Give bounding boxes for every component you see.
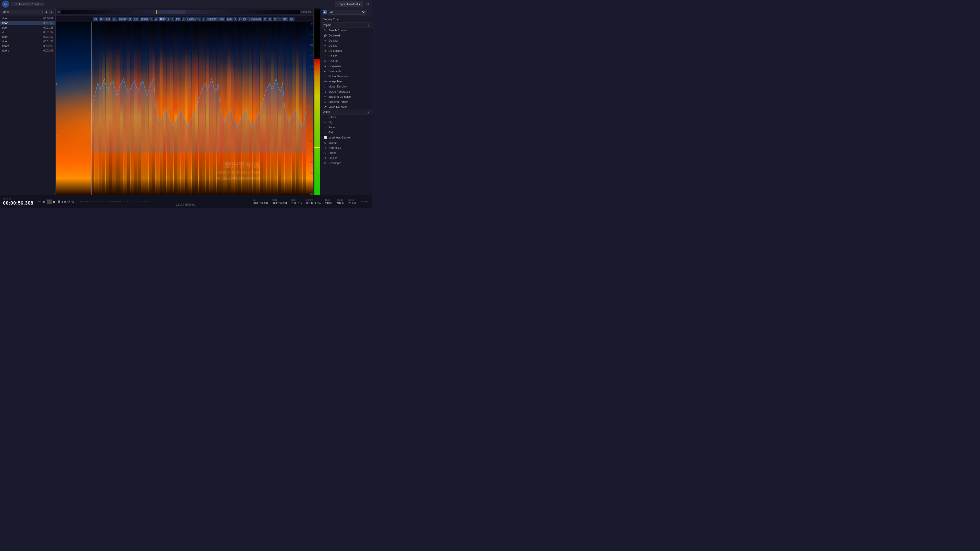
utility-item-plug-in[interactable]: ⚙Plug-in: [321, 156, 372, 160]
file-items-list: door00:00:09door00:01:00door00:01:28do00…: [0, 16, 56, 53]
utility-item-fade[interactable]: ↘Fade: [321, 125, 372, 130]
repair-item-spectral-repair[interactable]: ◈Spectral Repair: [321, 99, 372, 104]
repair-item-de-clip[interactable]: ✂De-clip: [321, 43, 372, 48]
prev-nav-button[interactable]: ◀: [44, 10, 48, 14]
word-tag-18[interactable]: explanati: [206, 17, 218, 21]
word-tag-1[interactable]: ch: [99, 17, 104, 21]
word-tag-11[interactable]: a: [166, 17, 170, 21]
file-list-item-4[interactable]: door00:01:52: [0, 35, 56, 39]
repair-item-music-rebalance[interactable]: ♫Music Rebalance: [321, 89, 372, 94]
overview-bar[interactable]: [61, 10, 300, 14]
file-list-item-6[interactable]: doors00:02:03: [0, 44, 56, 48]
waveform-icon: 〰: [38, 200, 41, 203]
repair-item-de-click[interactable]: ✦De-click: [321, 38, 372, 43]
next-nav-button[interactable]: ▶: [49, 10, 54, 14]
word-tag-13[interactable]: mot: [175, 17, 181, 21]
repair-item-interpolate[interactable]: ⟿Interpolate: [321, 79, 372, 84]
close-tab-icon[interactable]: ✕: [41, 3, 43, 6]
repair-item-de-hum[interactable]: ≋De-hum: [321, 59, 372, 64]
word-tag-14[interactable]: v: [182, 17, 186, 21]
repair-assistant-button[interactable]: Repair Assistant ▾: [335, 2, 363, 7]
repair-item-de-ess[interactable]: 〰De-ess: [321, 53, 372, 59]
word-tag-17[interactable]: tr: [202, 17, 206, 21]
word-tag-9[interactable]: w: [154, 17, 158, 21]
repair-item-mouth-de-click[interactable]: ◌Mouth De-click: [321, 84, 372, 89]
utility-item-mixing[interactable]: ⊕Mixing: [321, 140, 372, 145]
word-tag-28[interactable]: f: [278, 17, 282, 21]
file-list-item-3[interactable]: do00:01:32: [0, 30, 56, 35]
utility-item-gain[interactable]: ▲Gain: [321, 130, 372, 135]
word-tag-15[interactable]: satisfiec: [186, 17, 197, 21]
repair-item-breath-control[interactable]: 🌬Breath Control: [321, 28, 372, 33]
file-list-item-0[interactable]: door00:00:09: [0, 16, 56, 21]
word-tag-2[interactable]: greg: [104, 17, 111, 21]
active-tab[interactable]: Text to speech 1.wav ✕: [11, 2, 45, 6]
word-tag-23[interactable]: shc: [242, 17, 248, 21]
skip-back-icon[interactable]: ⏮: [41, 200, 46, 204]
word-tag-16[interactable]: v: [197, 17, 201, 21]
title-bar: RX Text to speech 1.wav ✕ Repair Assista…: [0, 0, 372, 8]
word-tag-3[interactable]: voi: [112, 17, 118, 21]
spectrogram-area[interactable]: L R dB 208 158 12k 10k 8k 6k 4k 3.5k 2.5…: [56, 22, 313, 196]
file-list-item-2[interactable]: door00:01:28: [0, 25, 56, 30]
sidebar-play-button[interactable]: ▶: [323, 10, 327, 14]
peak-hold: [314, 147, 320, 148]
utility-item-loudness-control[interactable]: 📊Loudness Control: [321, 135, 372, 140]
repair-item-voice-de-noise[interactable]: 🎤Voice De-noise: [321, 104, 372, 110]
word-tag-0[interactable]: it's: [93, 17, 98, 21]
settings-icon[interactable]: ⚙: [366, 2, 369, 6]
status-fields: Sel 00:00:56.368 Start 00:00:56.368 End …: [253, 199, 369, 205]
repair-item-guitar-de-noise[interactable]: ♬Guitar De-noise: [321, 74, 372, 79]
word-tag-6[interactable]: noti: [133, 17, 139, 21]
utility-item-dither[interactable]: ⋯Dither: [321, 114, 372, 120]
word-tag-26[interactable]: ot: [268, 17, 272, 21]
filter-dropdown[interactable]: All: [328, 10, 366, 14]
word-tag-5[interactable]: nc: [127, 17, 132, 21]
word-tag-21[interactable]: f: [234, 17, 237, 21]
word-tag-30[interactable]: aw: [289, 17, 294, 21]
search-input[interactable]: [2, 10, 43, 14]
word-tag-12[interactable]: h: [170, 17, 174, 21]
word-tag-10[interactable]: door: [159, 17, 165, 21]
file-list-item-1[interactable]: door00:01:00: [0, 21, 56, 25]
file-list-item-5[interactable]: door00:01:56: [0, 39, 56, 44]
repair-section-toggle[interactable]: ▲: [367, 24, 369, 27]
repair-item-de-reverb[interactable]: ↩De-reverb: [321, 68, 372, 74]
word-tag-24[interactable]: conversatio: [248, 17, 262, 21]
waveform-overlay: [91, 65, 306, 152]
utility-item-resample[interactable]: ⟳Resample: [321, 160, 372, 165]
settings-transport-icon[interactable]: ⚙: [71, 200, 75, 204]
word-tag-4[interactable]: probat: [118, 17, 127, 21]
dither-icon: ⋯: [323, 115, 327, 119]
utility-item-normalize[interactable]: ⬆Normalize: [321, 145, 372, 150]
level-meter: [313, 8, 321, 208]
stop-icon[interactable]: ⬛: [47, 199, 52, 204]
repair-item-de-crackle[interactable]: ⚡De-crackle: [321, 48, 372, 53]
range-value: 24000: [336, 202, 344, 205]
play-icon[interactable]: ▶: [53, 199, 56, 204]
filter-options-icon[interactable]: ☰: [367, 11, 369, 14]
word-tag-25[interactable]: m: [263, 17, 267, 21]
eq-icon: ≋: [323, 121, 327, 124]
word-tag-27[interactable]: mi: [273, 17, 278, 21]
skip-forward-icon[interactable]: ⏭: [62, 200, 66, 204]
word-tag-19[interactable]: shul: [218, 17, 225, 21]
repair-items-list: 🌬Breath Control🔊De-bleed✦De-click✂De-cli…: [321, 28, 372, 110]
repair-item-de-plosive[interactable]: ◉De-plosive: [321, 64, 372, 68]
record-icon[interactable]: ⏺: [57, 200, 61, 204]
word-tag-20[interactable]: away: [226, 17, 234, 21]
word-tag-8[interactable]: f: [150, 17, 153, 21]
breath-control-icon: 🌬: [323, 29, 327, 32]
length-label: Length: [306, 199, 321, 201]
utility-item-eq[interactable]: ≋EQ: [321, 120, 372, 125]
word-tag-7[interactable]: outside: [140, 17, 150, 21]
utility-item-phase[interactable]: ∿Phase: [321, 150, 372, 156]
repair-item-de-bleed[interactable]: 🔊De-bleed: [321, 33, 372, 38]
repair-item-spectral-de-noise[interactable]: 〜Spectral De-noise: [321, 94, 372, 99]
utility-section-toggle[interactable]: ▲: [367, 110, 369, 113]
loop-icon[interactable]: ↺: [67, 200, 70, 204]
word-tag-22[interactable]: t: [238, 17, 241, 21]
word-tag-29[interactable]: fam: [282, 17, 288, 21]
start-label: Start: [272, 199, 286, 201]
file-list-item-7[interactable]: doors00:02:08: [0, 48, 56, 53]
